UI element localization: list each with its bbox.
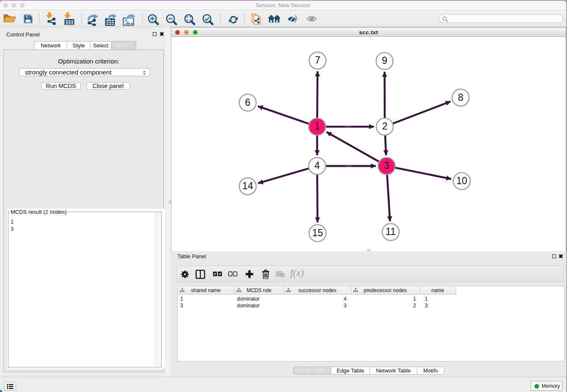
svg-text:4: 4 — [314, 160, 320, 171]
svg-text:8: 8 — [458, 92, 463, 103]
svg-text:6: 6 — [245, 97, 250, 108]
svg-text:1: 1 — [314, 121, 320, 132]
svg-text:10: 10 — [457, 175, 468, 186]
svg-text:2: 2 — [382, 121, 388, 132]
svg-text:15: 15 — [312, 227, 323, 238]
svg-text:3: 3 — [384, 160, 389, 171]
svg-text:7: 7 — [315, 55, 320, 66]
svg-text:11: 11 — [385, 226, 396, 237]
svg-text:14: 14 — [242, 180, 253, 191]
svg-text:9: 9 — [382, 55, 387, 66]
